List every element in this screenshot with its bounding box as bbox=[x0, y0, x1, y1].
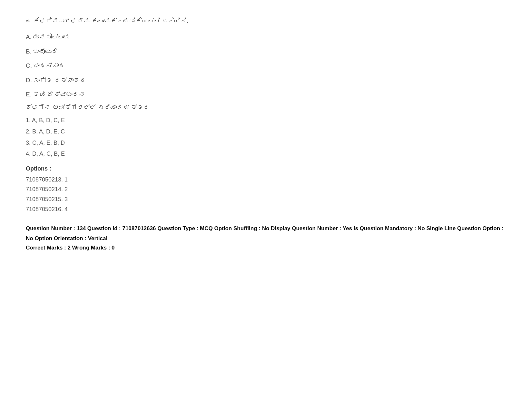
option-b: B. ಭಂದೋಂಬುಧಿ bbox=[26, 47, 506, 56]
option-ids-list: 71087050213. 1 71087050214. 2 7108705021… bbox=[26, 175, 506, 214]
option-e: E. ಕವಿ ಜಿಹ್ವಾಬಂಧನ bbox=[26, 90, 506, 99]
answer-options-list: 1. A, B, D, C, E 2. B, A, D, E, C 3. C, … bbox=[26, 115, 506, 159]
answer-option-2: 2. B, A, D, E, C bbox=[26, 127, 506, 137]
option-id-4: 71087050216. 4 bbox=[26, 204, 506, 214]
marks-info: Correct Marks : 2 Wrong Marks : 0 bbox=[26, 245, 506, 251]
question-container: ಈ ಕೆಳಗಿನವುಗಳನ್ನು ಕಾಲಾನುಕ್ರಮಣಿಕೆಯಲ್ಲಿ ಬರೆ… bbox=[26, 16, 506, 251]
question-metadata: Question Number : 134 Question Id : 7108… bbox=[26, 224, 506, 243]
option-id-3: 71087050215. 3 bbox=[26, 194, 506, 204]
option-id-2: 71087050214. 2 bbox=[26, 184, 506, 194]
question-instruction: ಈ ಕೆಳಗಿನವುಗಳನ್ನು ಕಾಲಾನುಕ್ರಮಣಿಕೆಯಲ್ಲಿ ಬರೆ… bbox=[26, 16, 506, 26]
answer-option-3: 3. C, A, E, B, D bbox=[26, 138, 506, 148]
options-heading: Options : bbox=[26, 165, 506, 172]
correct-answer-label: ಕೆಳಗಿನ ಆಯ್ಕೆಗಳಲ್ಲಿ ಸರಿಯಾದ ಉತ್ತರ bbox=[26, 104, 506, 111]
option-id-1: 71087050213. 1 bbox=[26, 175, 506, 185]
option-a: A. ಮಾನಸೋಲ್ಲಾಸ bbox=[26, 32, 506, 42]
option-c: C. ಭಂಧಸ್ಸಾರ bbox=[26, 61, 506, 71]
option-d: D. ಸಂಗೀತ ರತ್ನಾಕರ bbox=[26, 75, 506, 85]
answer-option-1: 1. A, B, D, C, E bbox=[26, 115, 506, 125]
answer-option-4: 4. D, A, C, B, E bbox=[26, 149, 506, 159]
